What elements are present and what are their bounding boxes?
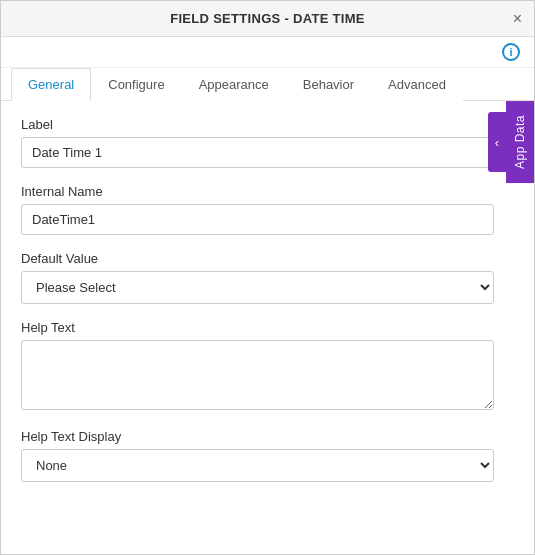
help-text-label: Help Text	[21, 320, 494, 335]
label-field-label: Label	[21, 117, 494, 132]
internal-name-field-group: Internal Name	[21, 184, 494, 235]
tabs-bar: General Configure Appearance Behavior Ad…	[1, 68, 534, 101]
help-text-display-field-group: Help Text Display None	[21, 429, 494, 482]
field-settings-modal: FIELD SETTINGS - DATE TIME × i General C…	[0, 0, 535, 555]
internal-name-input[interactable]	[21, 204, 494, 235]
help-text-display-label: Help Text Display	[21, 429, 494, 444]
tab-appearance[interactable]: Appearance	[182, 68, 286, 101]
info-bar: i	[1, 37, 534, 68]
app-data-arrow[interactable]: ‹	[488, 112, 506, 172]
help-text-display-select[interactable]: None	[21, 449, 494, 482]
tab-advanced[interactable]: Advanced	[371, 68, 463, 101]
info-icon[interactable]: i	[502, 43, 520, 61]
app-data-panel: ‹ App Data	[488, 101, 534, 183]
label-field-group: Label	[21, 117, 494, 168]
tab-behavior[interactable]: Behavior	[286, 68, 371, 101]
tab-general[interactable]: General	[11, 68, 91, 101]
label-input[interactable]	[21, 137, 494, 168]
default-value-label: Default Value	[21, 251, 494, 266]
internal-name-label: Internal Name	[21, 184, 494, 199]
tab-configure[interactable]: Configure	[91, 68, 181, 101]
default-value-field-group: Default Value Please Select	[21, 251, 494, 304]
modal-body: Label Internal Name Default Value Please…	[1, 101, 534, 554]
app-data-label[interactable]: App Data	[506, 101, 534, 183]
close-button[interactable]: ×	[513, 11, 522, 27]
help-text-textarea[interactable]	[21, 340, 494, 410]
help-text-field-group: Help Text	[21, 320, 494, 413]
modal-title: FIELD SETTINGS - DATE TIME	[170, 11, 365, 26]
modal-header: FIELD SETTINGS - DATE TIME ×	[1, 1, 534, 37]
default-value-select[interactable]: Please Select	[21, 271, 494, 304]
